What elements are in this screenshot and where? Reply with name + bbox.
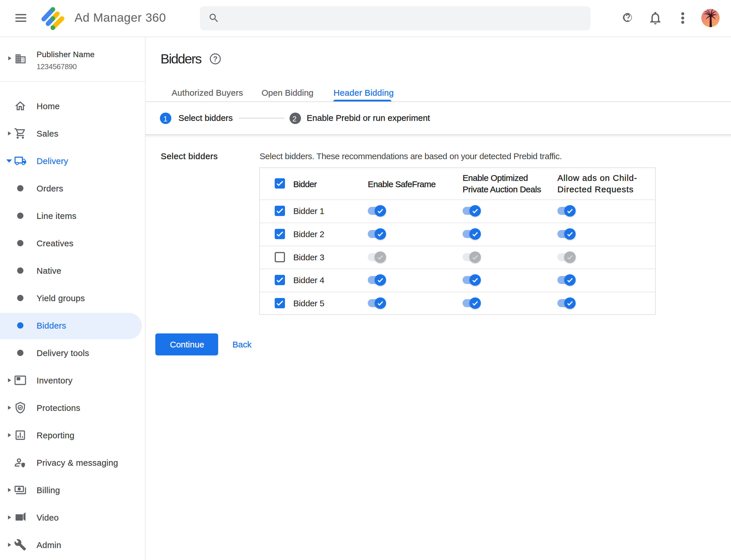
- svg-text:?: ?: [213, 55, 218, 63]
